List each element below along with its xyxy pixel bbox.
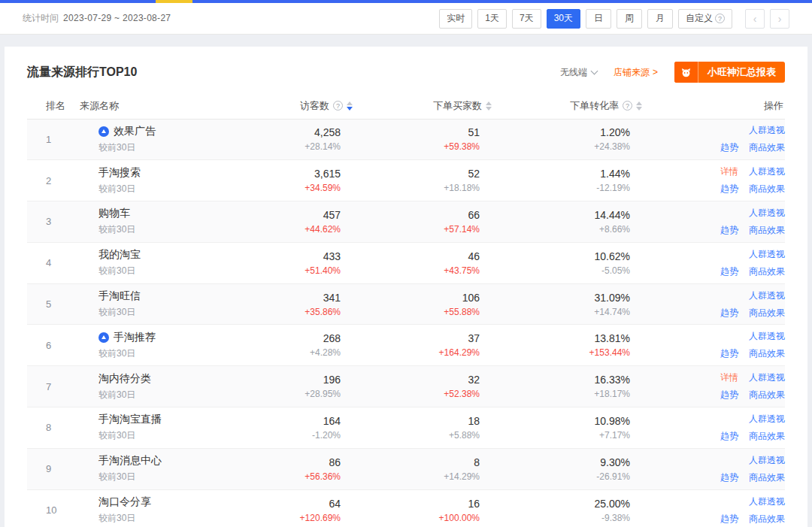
sort-conversion[interactable] [636, 101, 642, 111]
product-effect-link[interactable]: 商品效果 [749, 224, 785, 237]
detail-link[interactable]: 详情 [720, 371, 738, 384]
product-effect-link[interactable]: 商品效果 [749, 389, 785, 401]
crowd-insight-link[interactable]: 人群透视 [749, 165, 785, 178]
report-button[interactable]: 小旺神汇总报表 [674, 62, 785, 83]
report-button-label: 小旺神汇总报表 [698, 62, 785, 83]
source-name: 手淘旺信 [98, 289, 141, 303]
actions-cell: 详情 人群透视 趋势 商品效果 [642, 366, 785, 407]
crowd-insight-link[interactable]: 人群透视 [749, 371, 785, 384]
crowd-insight-link[interactable]: 人群透视 [749, 454, 785, 467]
prev-date-button[interactable]: ‹ [745, 9, 765, 29]
product-effect-link[interactable]: 商品效果 [749, 347, 785, 360]
scroll-thumb[interactable] [156, 0, 192, 3]
sort-visitors[interactable] [347, 101, 353, 111]
detail-link[interactable]: 详情 [720, 165, 738, 178]
buyers-value: 32 [353, 374, 480, 386]
trend-link[interactable]: 趋势 [720, 141, 738, 154]
buyers-cell: 66 +57.14% [353, 201, 492, 243]
col-visitors-label: 访客数 [300, 99, 329, 113]
trend-link[interactable]: 趋势 [720, 307, 738, 320]
crowd-insight-link[interactable]: 人群透视 [749, 289, 785, 302]
conversion-change: -5.05% [492, 265, 630, 276]
ad-badge-icon [98, 332, 109, 343]
visitors-change: +28.14% [217, 141, 341, 152]
trend-link[interactable]: 趋势 [720, 471, 738, 484]
trend-link[interactable]: 趋势 [720, 265, 738, 278]
range-button-7d[interactable]: 7天 [512, 9, 541, 29]
crowd-insight-link[interactable]: 人群透视 [749, 248, 785, 261]
rank-cell: 3 [27, 201, 80, 243]
visitors-change: +34.59% [217, 183, 341, 193]
range-button-day[interactable]: 日 [586, 9, 611, 29]
buyers-change: +52.38% [353, 389, 480, 399]
buyers-change: +57.14% [353, 224, 480, 235]
crowd-insight-link[interactable]: 人群透视 [749, 207, 785, 220]
visitors-cell: 86 +56.36% [217, 448, 353, 489]
source-name-cell: 效果广告 较前30日 [80, 119, 217, 160]
rank-cell: 1 [27, 119, 80, 160]
col-visitors[interactable]: 访客数 ? [217, 93, 353, 119]
chevron-left-icon: ‹ [753, 13, 757, 25]
crowd-insight-link[interactable]: 人群透视 [749, 495, 785, 508]
product-effect-link[interactable]: 商品效果 [749, 265, 785, 278]
trend-link[interactable]: 趋势 [720, 513, 738, 525]
col-conversion[interactable]: 下单转化率 ? [492, 93, 642, 119]
range-button-week[interactable]: 周 [617, 9, 642, 29]
product-effect-link[interactable]: 商品效果 [749, 307, 785, 320]
table-row: 7 淘内待分类 较前30日 196 +28.95% 32 +52.38% 16.… [27, 366, 785, 407]
terminal-selector[interactable]: 无线端 [560, 66, 597, 79]
chevron-right-icon: › [778, 13, 782, 25]
col-buyers[interactable]: 下单买家数 [353, 93, 492, 119]
visitors-value: 457 [217, 209, 341, 221]
chevron-down-icon [591, 68, 598, 75]
rank-cell: 6 [27, 325, 80, 366]
source-name-cell: 手淘消息中心 较前30日 [80, 448, 217, 489]
range-button-month[interactable]: 月 [647, 9, 673, 29]
compare-label: 较前30日 [80, 512, 217, 525]
col-actions: 操作 [642, 93, 785, 119]
trend-link[interactable]: 趋势 [720, 347, 738, 360]
shop-source-link[interactable]: 店铺来源 > [614, 66, 658, 79]
product-effect-link[interactable]: 商品效果 [749, 471, 785, 484]
visitors-cell: 64 +120.69% [217, 489, 353, 527]
compare-label: 较前30日 [80, 389, 217, 401]
help-icon[interactable]: ? [333, 101, 343, 111]
product-effect-link[interactable]: 商品效果 [749, 183, 785, 195]
buyers-cell: 46 +43.75% [353, 242, 492, 283]
compare-label: 较前30日 [80, 141, 217, 154]
actions-cell: 详情 人群透视 趋势 商品效果 [642, 283, 785, 325]
conversion-cell: 1.20% +24.38% [492, 119, 642, 160]
next-date-button[interactable]: › [770, 9, 789, 29]
table-row: 8 手淘淘宝直播 较前30日 164 -1.20% 18 +5.88% 10.9… [27, 407, 785, 449]
trend-link[interactable]: 趋势 [720, 389, 738, 401]
buyers-cell: 8 +14.29% [353, 448, 492, 489]
range-button-custom[interactable]: 自定义 ? [678, 9, 732, 29]
conversion-cell: 10.62% -5.05% [492, 242, 642, 283]
conversion-change: +153.44% [492, 347, 630, 358]
product-effect-link[interactable]: 商品效果 [749, 430, 785, 443]
range-button-realtime[interactable]: 实时 [439, 9, 472, 29]
source-name: 效果广告 [114, 125, 156, 138]
source-name: 我的淘宝 [98, 248, 141, 262]
range-button-custom-label: 自定义 [686, 12, 713, 25]
trend-link[interactable]: 趋势 [720, 224, 738, 237]
product-effect-link[interactable]: 商品效果 [749, 141, 785, 154]
help-icon[interactable]: ? [623, 101, 632, 111]
range-button-30d[interactable]: 30天 [547, 9, 580, 29]
crowd-insight-link[interactable]: 人群透视 [749, 330, 785, 343]
crowd-insight-link[interactable]: 人群透视 [749, 124, 785, 137]
conversion-cell: 14.44% +8.66% [492, 201, 642, 243]
table-row: 5 手淘旺信 较前30日 341 +35.86% 106 +55.88% 31.… [27, 283, 785, 325]
range-button-1d[interactable]: 1天 [477, 9, 507, 29]
sort-buyers[interactable] [486, 101, 492, 111]
help-icon[interactable]: ? [715, 14, 725, 23]
stat-time: 统计时间2023-07-29 ~ 2023-08-27 [23, 12, 171, 25]
product-effect-link[interactable]: 商品效果 [749, 513, 785, 525]
compare-label: 较前30日 [80, 471, 217, 483]
rank-cell: 7 [27, 366, 80, 407]
crowd-insight-link[interactable]: 人群透视 [749, 413, 785, 426]
source-name-cell: 手淘推荐 较前30日 [80, 325, 217, 366]
trend-link[interactable]: 趋势 [720, 183, 738, 195]
table-row: 6 手淘推荐 较前30日 268 +4.28% 37 +164.29% 13.8… [27, 325, 785, 366]
trend-link[interactable]: 趋势 [720, 430, 738, 443]
